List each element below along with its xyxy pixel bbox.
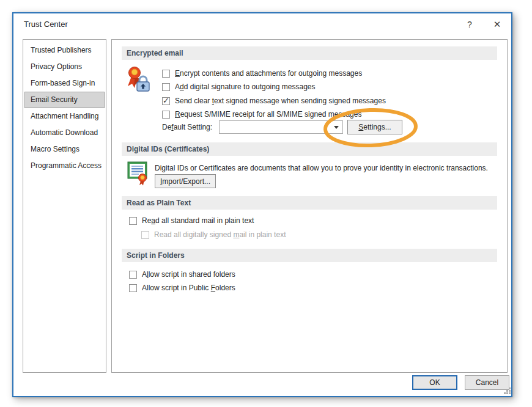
checkbox-row-encrypt-contents[interactable]: Encrypt contents and attachments for out…: [162, 68, 362, 79]
checkbox-row-allow-script-shared[interactable]: Allow script in shared folders: [129, 269, 235, 280]
section-header-script-in-folders: Script in Folders: [122, 249, 497, 262]
checkbox-label: Allow script in shared folders: [142, 270, 235, 279]
digital-ids-description: Digital IDs or Certificates are document…: [155, 164, 488, 172]
checkbox-row-allow-script-public[interactable]: Allow script in Public Folders: [129, 282, 235, 293]
section-header-encrypted-email: Encrypted email: [122, 46, 497, 60]
sidebar-item-email-security[interactable]: Email Security: [24, 92, 105, 108]
sidebar-item-form-based-sign-in[interactable]: Form-based Sign-in: [24, 75, 105, 92]
checkbox-label: Request S/MIME receipt for all S/MIME si…: [175, 110, 361, 119]
checkbox-read-signed-plain: [141, 231, 149, 239]
checkbox-request-smime-receipt[interactable]: [162, 111, 170, 119]
main-panel: Encrypted email Encrypt contents and att…: [111, 39, 508, 373]
resize-grip[interactable]: [504, 386, 512, 395]
checkbox-label: Allow script in Public Folders: [142, 284, 235, 292]
ok-button[interactable]: OK: [412, 375, 457, 390]
help-icon[interactable]: ?: [462, 18, 478, 31]
sidebar-item-automatic-download[interactable]: Automatic Download: [24, 125, 105, 141]
checkbox-label: Read all digitally signed mail in plain …: [154, 230, 286, 239]
default-setting-label: Default Setting:: [162, 123, 212, 131]
dialog-title: Trust Center: [24, 20, 68, 29]
checkbox-label: Encrypt contents and attachments for out…: [175, 69, 362, 78]
checkbox-row-read-standard-plain[interactable]: Read all standard mail in plain text: [129, 215, 254, 226]
close-icon[interactable]: ✕: [489, 18, 505, 31]
sidebar-item-macro-settings[interactable]: Macro Settings: [24, 141, 105, 158]
section-header-digital-ids: Digital IDs (Certificates): [122, 142, 497, 156]
sidebar-item-programmatic-access[interactable]: Programmatic Access: [24, 158, 105, 174]
checkbox-row-add-signature[interactable]: Add digital signature to outgoing messag…: [162, 81, 316, 92]
checkbox-label: Add digital signature to outgoing messag…: [175, 82, 316, 91]
checkbox-label: Send clear text signed message when send…: [175, 97, 386, 105]
checkbox-row-read-signed-plain: Read all digitally signed mail in plain …: [141, 229, 286, 240]
checkbox-label: Read all standard mail in plain text: [142, 216, 254, 225]
checkbox-encrypt-contents[interactable]: [162, 70, 170, 78]
checkbox-read-standard-plain[interactable]: [129, 217, 137, 225]
checkbox-send-clear-text[interactable]: [162, 97, 170, 105]
section-header-read-plain-text: Read as Plain Text: [122, 196, 497, 210]
sidebar-item-trusted-publishers[interactable]: Trusted Publishers: [24, 42, 105, 59]
checkbox-row-send-clear-text[interactable]: Send clear text signed message when send…: [162, 95, 386, 106]
cancel-button[interactable]: Cancel: [465, 375, 509, 390]
chevron-down-icon[interactable]: [334, 126, 339, 129]
default-setting-combobox[interactable]: [219, 120, 343, 134]
checkbox-allow-script-shared[interactable]: [129, 271, 137, 279]
checkbox-row-request-smime-receipt[interactable]: Request S/MIME receipt for all S/MIME si…: [162, 109, 361, 120]
import-export-button[interactable]: Import/Export...: [155, 174, 216, 188]
sidebar-item-attachment-handling[interactable]: Attachment Handling: [24, 108, 105, 125]
certificate-lock-icon: [127, 65, 151, 94]
trust-center-dialog: Trust Center ? ✕ Trusted Publishers Priv…: [12, 12, 512, 397]
settings-button[interactable]: Settings...: [347, 120, 402, 134]
sidebar: Trusted Publishers Privacy Options Form-…: [23, 39, 106, 373]
certificate-document-icon: [127, 161, 150, 186]
checkbox-allow-script-public[interactable]: [129, 284, 137, 292]
checkbox-add-signature[interactable]: [162, 83, 170, 91]
sidebar-item-privacy-options[interactable]: Privacy Options: [24, 59, 105, 75]
